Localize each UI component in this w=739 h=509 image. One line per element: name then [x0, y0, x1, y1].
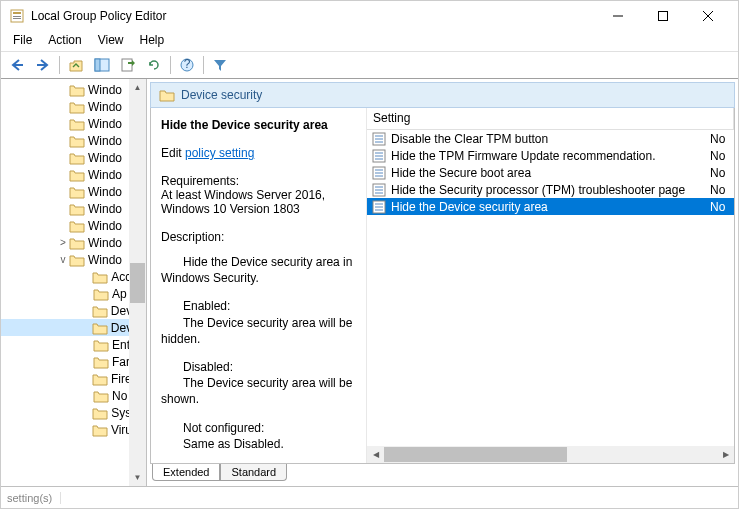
list-rows: Disable the Clear TPM buttonNoHide the T…	[367, 130, 734, 446]
export-button[interactable]	[116, 54, 140, 76]
status-text: setting(s)	[7, 492, 61, 504]
filter-button[interactable]	[208, 54, 232, 76]
folder-icon	[93, 338, 109, 352]
close-button[interactable]	[685, 2, 730, 30]
toolbar: ?	[1, 51, 738, 79]
edit-policy-link[interactable]: policy setting	[185, 146, 254, 160]
tree-item[interactable]: Acc	[1, 268, 130, 285]
tree-item[interactable]: No	[1, 387, 130, 404]
category-title: Device security	[181, 88, 262, 102]
tree-item[interactable]: Windo	[1, 149, 130, 166]
folder-icon	[69, 168, 85, 182]
back-button[interactable]	[5, 54, 29, 76]
tree-item-label: Windo	[88, 117, 122, 131]
list-row[interactable]: Disable the Clear TPM buttonNo	[367, 130, 734, 147]
requirements-label: Requirements:	[161, 174, 356, 188]
tree-item-label: Far	[112, 355, 130, 369]
help-button[interactable]: ?	[175, 54, 199, 76]
tree-item[interactable]: >Windo	[1, 234, 130, 251]
show-hide-tree-button[interactable]	[90, 54, 114, 76]
list-row[interactable]: Hide the Device security areaNo	[367, 198, 734, 215]
folder-icon	[69, 185, 85, 199]
description-p5: The Device security area will be shown.	[161, 375, 356, 407]
tree-item[interactable]: Windo	[1, 132, 130, 149]
refresh-button[interactable]	[142, 54, 166, 76]
tree-item-label: Windo	[88, 219, 122, 233]
tree-item[interactable]: Ent	[1, 336, 130, 353]
tree-item[interactable]: Windo	[1, 183, 130, 200]
tree-item[interactable]: Far	[1, 353, 130, 370]
list-row-label: Hide the TPM Firmware Update recommendat…	[391, 149, 710, 163]
list-row-label: Hide the Device security area	[391, 200, 710, 214]
tree-item[interactable]: Sys	[1, 404, 130, 421]
tree-item[interactable]: Windo	[1, 115, 130, 132]
maximize-button[interactable]	[640, 2, 685, 30]
tree-item[interactable]: Windo	[1, 81, 130, 98]
svg-rect-1	[13, 12, 21, 14]
up-button[interactable]	[64, 54, 88, 76]
tree-item[interactable]: Dev	[1, 319, 130, 336]
svg-text:?: ?	[184, 57, 191, 71]
tree-content[interactable]: WindoWindoWindoWindoWindoWindoWindoWindo…	[1, 79, 130, 440]
toolbar-separator	[203, 56, 204, 74]
menu-action[interactable]: Action	[40, 31, 89, 51]
tree-item[interactable]: Windo	[1, 200, 130, 217]
list-horizontal-scrollbar[interactable]: ◀ ▶	[367, 446, 734, 463]
svg-rect-5	[658, 12, 667, 21]
category-header: Device security	[150, 82, 735, 108]
tree-item[interactable]: Windo	[1, 166, 130, 183]
list-row-label: Disable the Clear TPM button	[391, 132, 710, 146]
edit-prefix: Edit	[161, 146, 185, 160]
forward-button[interactable]	[31, 54, 55, 76]
tree-item-label: Windo	[88, 202, 122, 216]
folder-icon	[93, 389, 109, 403]
policy-icon	[371, 131, 387, 147]
scroll-thumb[interactable]	[384, 447, 567, 462]
menu-help[interactable]: Help	[132, 31, 173, 51]
policy-icon	[371, 182, 387, 198]
menu-bar: File Action View Help	[1, 31, 738, 51]
list-row[interactable]: Hide the Secure boot areaNo	[367, 164, 734, 181]
tree-item-label: Ent	[112, 338, 130, 352]
window-controls	[595, 2, 730, 30]
column-setting[interactable]: Setting	[367, 108, 734, 129]
tree-item[interactable]: Fire	[1, 370, 130, 387]
expander-icon[interactable]: >	[57, 237, 69, 248]
policy-icon	[371, 199, 387, 215]
list-header[interactable]: Setting	[367, 108, 734, 130]
description-p6: Not configured:	[161, 420, 356, 436]
tree-item[interactable]: Windo	[1, 217, 130, 234]
tree-item[interactable]: Ap	[1, 285, 130, 302]
tree-item-label: Windo	[88, 168, 122, 182]
scroll-down-icon[interactable]: ▼	[129, 469, 146, 486]
menu-view[interactable]: View	[90, 31, 132, 51]
tree-item[interactable]: Dev	[1, 302, 130, 319]
tree-item-label: Windo	[88, 134, 122, 148]
detail-body: Hide the Device security area Edit polic…	[150, 108, 735, 464]
description-column: Hide the Device security area Edit polic…	[151, 108, 367, 463]
list-row[interactable]: Hide the Security processor (TPM) troubl…	[367, 181, 734, 198]
menu-file[interactable]: File	[5, 31, 40, 51]
scroll-left-icon[interactable]: ◀	[367, 446, 384, 463]
tree-scrollbar[interactable]: ▲ ▼	[129, 79, 146, 486]
scroll-thumb[interactable]	[130, 263, 145, 303]
policy-icon	[371, 148, 387, 164]
tree-item[interactable]: Viru	[1, 421, 130, 438]
tree-item[interactable]: Windo	[1, 98, 130, 115]
scroll-right-icon[interactable]: ▶	[717, 446, 734, 463]
detail-tabs: Extended Standard	[150, 464, 735, 486]
svg-rect-3	[13, 18, 21, 19]
tab-extended[interactable]: Extended	[152, 464, 220, 481]
expander-icon[interactable]: v	[57, 254, 69, 265]
minimize-button[interactable]	[595, 2, 640, 30]
scroll-up-icon[interactable]: ▲	[129, 79, 146, 96]
folder-icon	[92, 406, 108, 420]
settings-list: Setting Disable the Clear TPM buttonNoHi…	[367, 108, 734, 463]
list-row-state: No	[710, 200, 730, 214]
detail-pane: Device security Hide the Device security…	[147, 79, 738, 486]
tree-item-label: Dev	[111, 304, 130, 318]
list-row[interactable]: Hide the TPM Firmware Update recommendat…	[367, 147, 734, 164]
tab-standard[interactable]: Standard	[220, 464, 287, 481]
folder-icon	[69, 100, 85, 114]
tree-item[interactable]: vWindo	[1, 251, 130, 268]
